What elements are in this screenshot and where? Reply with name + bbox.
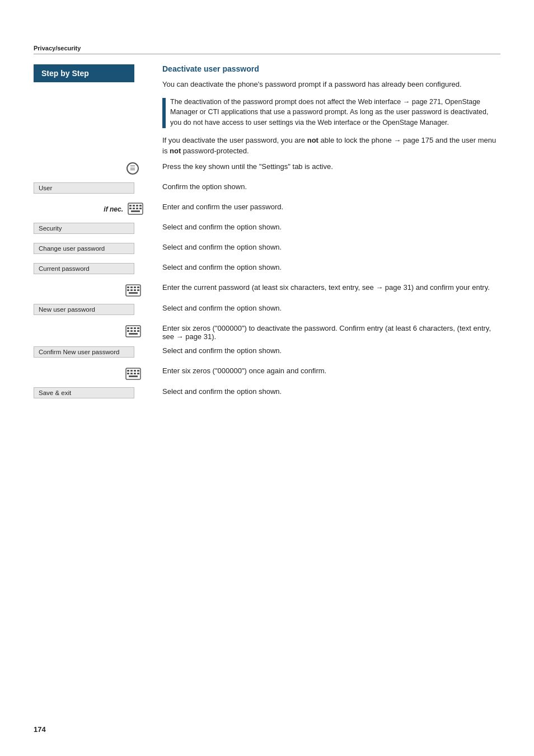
step-left-7: New user password [34,303,146,315]
step-left-9: Confirm New user password [34,345,146,358]
svg-rect-11 [127,287,129,288]
svg-rect-38 [137,373,139,374]
svg-rect-7 [136,208,138,209]
step-left-3: Security [34,222,146,234]
settings-menu-icon: ☰ [127,162,139,175]
section-header: Privacy/security [34,45,500,54]
step-right-2: Enter and confirm the user password. [146,201,500,211]
step-row-0: ☰Press the key shown until the "Settings… [34,161,500,177]
step-row-6: Enter the current password (at least six… [34,282,500,298]
keyboard-icon-8 [125,325,141,339]
svg-rect-28 [137,330,139,332]
svg-rect-32 [130,370,133,372]
step-left-10 [34,365,146,382]
svg-rect-14 [137,287,139,288]
svg-rect-16 [130,289,133,291]
svg-rect-24 [137,327,139,329]
step-by-step-title: Step by Step [34,64,134,82]
step-left-0: ☰ [34,161,146,175]
svg-rect-37 [134,373,136,374]
svg-rect-34 [137,370,139,372]
step-right-8: Enter six zeros ("000000") to deactivate… [146,323,500,341]
svg-rect-5 [129,208,132,209]
step-right-7: Select and confirm the option shown. [146,303,500,312]
steps-container: ☰Press the key shown until the "Settings… [34,161,500,402]
step-right-10: Enter six zeros ("000000") once again an… [146,365,500,375]
svg-rect-29 [129,333,138,335]
step-row-10: Enter six zeros ("000000") once again an… [34,365,500,382]
step-right-9: Select and confirm the option shown. [146,345,500,355]
step-right-6: Enter the current password (at least six… [146,282,500,292]
svg-rect-23 [134,327,136,329]
step-row-3: SecuritySelect and confirm the option sh… [34,222,500,237]
step-left-4: Change user password [34,242,146,254]
svg-rect-33 [134,370,136,372]
step-left-5: Current password [34,262,146,274]
step-row-2: if nec. Enter and confirm the user passw… [34,201,500,217]
sidebar-item-5: Current password [34,263,134,274]
intro-text: You can deactivate the phone's password … [162,79,500,90]
note-box-1: The deactivation of the password prompt … [162,97,500,128]
step-row-5: Current passwordSelect and confirm the o… [34,262,500,278]
note-text-2: If you deactivate the user password, you… [162,135,500,157]
step-row-1: UserConfirm the option shown. [34,181,500,197]
sidebar-item-9: Confirm New user password [34,346,134,358]
step-left-11: Save & exit [34,386,146,398]
page-number: 174 [34,725,46,734]
sidebar-item-4: Change user password [34,243,134,254]
svg-rect-18 [137,289,139,291]
step-left-8 [34,323,146,339]
svg-rect-1 [129,205,132,206]
svg-rect-31 [127,370,129,372]
keyboard-icon-10 [125,368,141,382]
svg-rect-39 [129,375,138,377]
svg-rect-26 [130,330,133,332]
note-bar-icon [162,98,166,128]
step-row-7: New user passwordSelect and confirm the … [34,303,500,318]
svg-rect-15 [127,289,129,291]
if-nec-label: if nec. [104,205,123,213]
svg-rect-35 [127,373,129,374]
svg-rect-2 [133,205,135,206]
svg-rect-25 [127,330,129,332]
svg-rect-36 [130,373,133,374]
sidebar-item-11: Save & exit [34,387,134,398]
step-right-3: Select and confirm the option shown. [146,222,500,231]
svg-rect-12 [130,287,133,288]
step-right-5: Select and confirm the option shown. [146,262,500,271]
step-right-1: Confirm the option shown. [146,181,500,191]
svg-rect-19 [129,292,138,294]
step-left-2: if nec. [34,201,146,217]
sidebar-item-7: New user password [34,304,134,315]
svg-rect-17 [134,289,136,291]
svg-rect-21 [127,327,129,329]
svg-rect-13 [134,287,136,288]
svg-rect-3 [136,205,138,206]
step-right-11: Select and confirm the option shown. [146,386,500,396]
svg-rect-4 [139,205,142,206]
step-left-6 [34,282,146,298]
step-left-1: User [34,181,146,194]
svg-rect-6 [133,208,135,209]
step-row-4: Change user passwordSelect and confirm t… [34,242,500,257]
step-right-4: Select and confirm the option shown. [146,242,500,251]
svg-rect-9 [131,210,140,212]
step-row-11: Save & exitSelect and confirm the option… [34,386,500,402]
keyboard-icon-6 [125,284,141,298]
section-title: Deactivate user password [162,64,500,73]
svg-rect-22 [130,327,133,329]
note-text-1: The deactivation of the password prompt … [170,97,500,128]
step-row-8: Enter six zeros ("000000") to deactivate… [34,323,500,341]
sidebar-item-1: User [34,182,134,194]
sidebar-item-3: Security [34,223,134,234]
step-row-9: Confirm New user passwordSelect and conf… [34,345,500,361]
svg-rect-27 [134,330,136,332]
if-nec-keyboard-icon [128,203,143,217]
step-right-0: Press the key shown until the "Settings"… [146,161,500,171]
svg-rect-8 [139,208,142,209]
